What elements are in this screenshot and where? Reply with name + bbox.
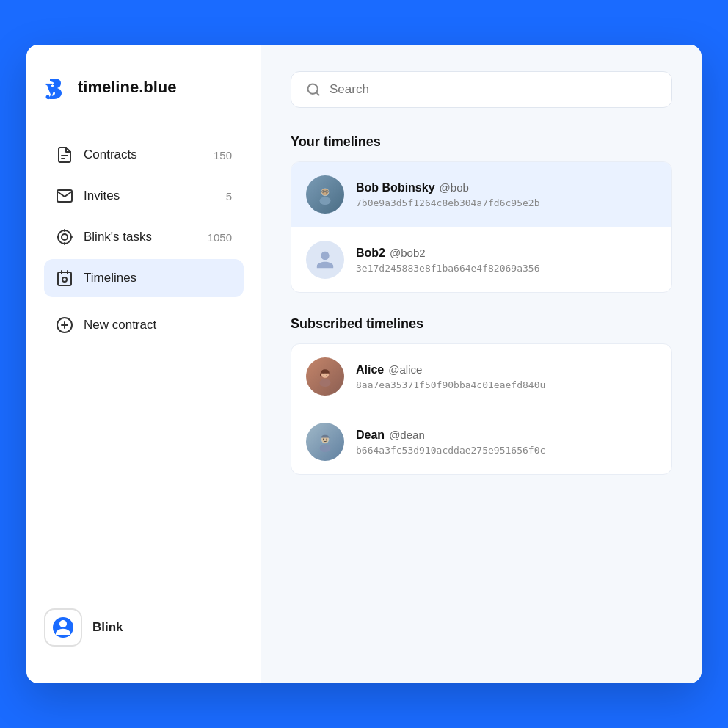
blinks-tasks-label: Blink's tasks (84, 230, 197, 244)
alice-name-row: Alice @alice (356, 363, 545, 376)
svg-point-4 (62, 234, 68, 240)
logo: 𝐲 timeline.blue (44, 74, 244, 101)
timeline-item-bob2[interactable]: Bob2 @bob2 3e17d245883e8f1ba664e4f82069a… (291, 228, 671, 292)
bob2-handle: @bob2 (390, 247, 426, 259)
svg-point-35 (326, 438, 327, 440)
avatar-dean (306, 423, 344, 461)
sidebar-item-contracts[interactable]: Contracts 150 (44, 136, 244, 174)
logo-icon: 𝐲 (44, 74, 70, 101)
svg-rect-24 (326, 191, 329, 193)
your-timelines-list: Bob Bobinsky @bob 7b0e9a3d5f1264c8eb304a… (291, 161, 672, 293)
dean-handle: @dean (389, 429, 425, 441)
avatar-alice (306, 357, 344, 396)
blinks-tasks-badge: 1050 (208, 231, 232, 244)
app-name: timeline.blue (78, 78, 176, 97)
search-icon (306, 82, 321, 97)
bob-hash: 7b0e9a3d5f1264c8eb304a7fd6c95e2b (356, 197, 539, 208)
svg-point-34 (323, 438, 324, 440)
sidebar-footer: Blink (44, 586, 244, 654)
alice-avatar-svg (315, 366, 335, 387)
dean-name-row: Dean @dean (356, 429, 545, 442)
search-bar[interactable] (291, 71, 672, 108)
svg-point-3 (58, 230, 71, 244)
invites-icon (56, 187, 73, 205)
app-window: 𝐲 timeline.blue Contracts 150 (26, 45, 702, 683)
svg-rect-23 (322, 191, 325, 193)
user-name: Blink (92, 620, 123, 635)
bob2-info: Bob2 @bob2 3e17d245883e8f1ba664e4f82069a… (356, 247, 539, 274)
subscribed-timelines-list: Alice @alice 8aa7ea35371f50f90bba4c01eae… (291, 343, 672, 475)
new-contract-label: New contract (84, 318, 232, 332)
contracts-badge: 150 (214, 149, 232, 161)
sidebar-item-new-contract[interactable]: New contract (44, 306, 244, 344)
subscribed-timelines-title: Subscribed timelines (291, 316, 672, 332)
sidebar-item-blinks-tasks[interactable]: Blink's tasks 1050 (44, 218, 244, 256)
contracts-label: Contracts (84, 148, 203, 162)
dean-name: Dean (356, 429, 385, 442)
alice-hash: 8aa7ea35371f50f90bba4c01eaefd840u (356, 379, 545, 390)
bob2-hash: 3e17d245883e8f1ba664e4f82069a356 (356, 263, 539, 274)
invites-label: Invites (84, 189, 216, 203)
sidebar-item-invites[interactable]: Invites 5 (44, 177, 244, 215)
main-content: Your timelines (261, 45, 702, 683)
svg-rect-9 (58, 272, 71, 285)
bob-name: Bob Bobinsky (356, 181, 435, 194)
svg-line-17 (316, 92, 319, 95)
user-avatar-icon (56, 620, 70, 635)
bob-handle: @bob (440, 181, 469, 194)
user-avatar-box (44, 608, 82, 647)
svg-point-12 (62, 277, 67, 282)
contracts-icon (56, 146, 73, 164)
bob2-name: Bob2 (356, 247, 385, 260)
alice-info: Alice @alice 8aa7ea35371f50f90bba4c01eae… (356, 363, 545, 390)
search-input[interactable] (330, 82, 657, 97)
timelines-label: Timelines (84, 271, 232, 285)
new-contract-icon (56, 316, 73, 334)
your-timelines-title: Your timelines (291, 134, 672, 150)
blinks-tasks-icon (56, 228, 73, 246)
dean-hash: b664a3fc53d910acddae275e951656f0c (356, 445, 545, 456)
bob-bobinsky-info: Bob Bobinsky @bob 7b0e9a3d5f1264c8eb304a… (356, 181, 539, 208)
timeline-item-bob[interactable]: Bob Bobinsky @bob 7b0e9a3d5f1264c8eb304a… (291, 162, 671, 228)
bob-name-row: Bob Bobinsky @bob (356, 181, 539, 194)
dean-info: Dean @dean b664a3fc53d910acddae275e95165… (356, 429, 545, 456)
user-profile[interactable]: Blink (44, 601, 244, 654)
user-avatar-inner (53, 617, 73, 638)
default-avatar-svg (315, 250, 335, 270)
svg-point-32 (319, 444, 330, 452)
dean-avatar-svg (315, 432, 335, 452)
bob2-name-row: Bob2 @bob2 (356, 247, 539, 260)
alice-name: Alice (356, 363, 384, 376)
svg-point-19 (319, 197, 330, 205)
nav-items: Contracts 150 Invites 5 (44, 136, 244, 586)
svg-point-27 (319, 379, 330, 387)
sidebar: 𝐲 timeline.blue Contracts 150 (26, 45, 261, 683)
timeline-item-alice[interactable]: Alice @alice 8aa7ea35371f50f90bba4c01eae… (291, 344, 671, 410)
avatar-bob (306, 175, 344, 214)
invites-badge: 5 (226, 190, 232, 203)
alice-handle: @alice (388, 363, 422, 376)
avatar-bob2 (306, 241, 344, 279)
sidebar-item-timelines[interactable]: Timelines (44, 259, 244, 297)
timelines-icon (56, 269, 73, 287)
timeline-item-dean[interactable]: Dean @dean b664a3fc53d910acddae275e95165… (291, 410, 671, 474)
bob-avatar-svg (315, 184, 335, 205)
